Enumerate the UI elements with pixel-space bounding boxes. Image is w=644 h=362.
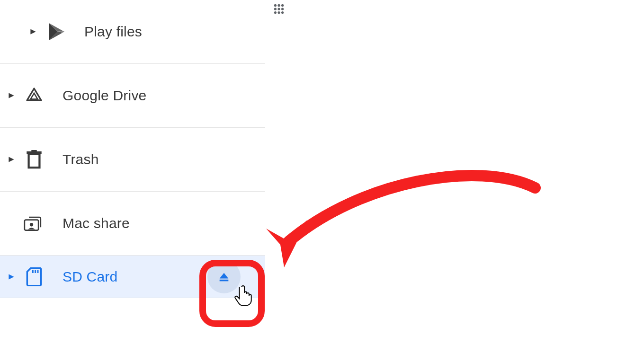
svg-rect-11 xyxy=(31,150,36,152)
svg-rect-9 xyxy=(29,154,40,168)
sidebar-item-mac-share[interactable]: Mac share xyxy=(0,192,265,256)
apps-grid-icon[interactable] xyxy=(273,3,285,15)
sidebar-item-trash[interactable]: Trash xyxy=(0,128,265,192)
svg-point-8 xyxy=(281,11,284,14)
svg-point-2 xyxy=(281,4,284,7)
svg-point-5 xyxy=(281,8,284,10)
svg-point-7 xyxy=(277,11,280,14)
svg-point-0 xyxy=(274,4,277,7)
annotation-arrow xyxy=(256,168,549,277)
svg-point-3 xyxy=(274,8,277,10)
sd-card-icon xyxy=(23,267,45,286)
sidebar-item-label: Play files xyxy=(84,24,142,40)
svg-point-6 xyxy=(274,11,277,14)
smb-share-icon xyxy=(23,214,45,233)
svg-point-13 xyxy=(30,223,33,226)
sidebar-item-google-drive[interactable]: Google Drive xyxy=(0,64,265,128)
drive-icon xyxy=(23,86,45,105)
sidebar-item-label: Mac share xyxy=(63,215,130,231)
sidebar-item-label: Google Drive xyxy=(63,88,146,104)
svg-point-1 xyxy=(277,4,280,7)
annotation-highlight-box xyxy=(199,260,265,327)
svg-point-4 xyxy=(277,8,280,10)
expand-icon xyxy=(7,92,16,99)
hand-cursor-icon xyxy=(234,285,253,307)
play-store-icon xyxy=(45,21,67,42)
sidebar-item-play-files[interactable]: Play files xyxy=(0,0,265,64)
sidebar-item-label: SD Card xyxy=(63,269,117,285)
expand-icon xyxy=(7,274,16,280)
expand-icon xyxy=(28,28,38,35)
trash-icon xyxy=(23,150,45,169)
expand-icon xyxy=(7,156,16,163)
files-sidebar: Play files Google Drive xyxy=(0,0,265,298)
sidebar-item-label: Trash xyxy=(63,151,99,168)
